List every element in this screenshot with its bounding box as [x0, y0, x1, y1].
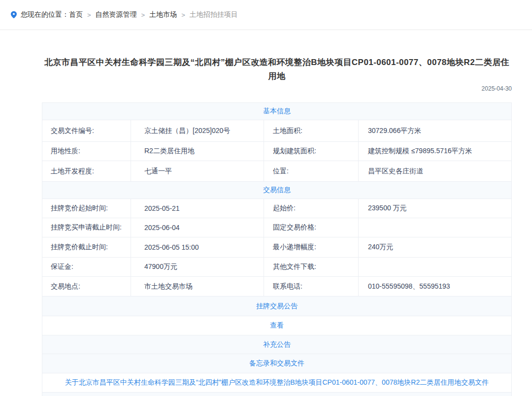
- breadcrumb-location-label: 您现在的位置：: [21, 10, 69, 19]
- field-value: 昌平区史各庄街道: [359, 161, 511, 181]
- field-label: 联系电话:: [264, 277, 359, 296]
- table-row: 挂牌竞买申请截止时间: 2025-06-04 固定交易价格:: [42, 218, 511, 237]
- publish-date: 2025-04-30: [42, 85, 512, 92]
- field-value: 建筑控制规模 ≤79895.5716平方米: [359, 142, 511, 161]
- view-link[interactable]: 查看: [42, 316, 511, 335]
- table-row: 用地性质: R2二类居住用地 规划建筑面积: 建筑控制规模 ≤79895.571…: [42, 142, 511, 161]
- field-value: 2025-06-04: [131, 218, 264, 237]
- breadcrumb-land-market[interactable]: 土地市场: [149, 10, 177, 19]
- table-row: 土地开发程度: 七通一平 位置: 昌平区史各庄街道: [42, 161, 511, 182]
- field-label: 其他文件下载:: [264, 258, 359, 276]
- table-row: 交易地点: 市土地交易市场 联系电话: 010-55595098、5559519…: [42, 277, 511, 297]
- page-title: 北京市昌平区中关村生命科学园三期及“北四村”棚户区改造和环境整治B地块项目CP0…: [42, 56, 512, 83]
- field-value: [359, 218, 511, 237]
- field-value: 市土地交易市场: [131, 277, 264, 296]
- field-label: 规划建筑面积:: [264, 142, 359, 161]
- field-value: 240万元: [359, 237, 511, 257]
- section-header-memo-documents: 备忘录和交易文件: [42, 354, 511, 373]
- breadcrumb: 您现在的位置： 首页 > 自然资源管理 > 土地市场 > 土地招拍挂项目: [0, 0, 532, 30]
- field-label: 土地面积:: [264, 120, 359, 141]
- field-value: 2025-06-05 15:00: [131, 237, 264, 257]
- field-label: 土地开发程度:: [42, 161, 131, 181]
- field-value: 239500 万元: [359, 199, 511, 218]
- section-header-listing-announcement: 挂牌交易公告: [42, 297, 511, 316]
- field-value: 010-55595098、55595193: [359, 277, 511, 296]
- table-row: 交易文件编号: 京土储挂（昌）[2025]020号 土地面积: 30729.06…: [42, 120, 511, 142]
- section-header-supplement-announcement: 补充公告: [42, 335, 511, 354]
- field-value: 47900万元: [131, 258, 264, 276]
- field-value: 30729.066平方米: [359, 120, 511, 141]
- field-label: 最小递增幅度:: [264, 237, 359, 257]
- table-row-partial: [42, 393, 511, 396]
- table-row: 挂牌竞价起始时间: 2025-05-21 起始价: 239500 万元: [42, 199, 511, 218]
- breadcrumb-current-page: 土地招拍挂项目: [190, 10, 238, 19]
- field-value: [359, 258, 511, 276]
- field-value: R2二类居住用地: [131, 142, 264, 161]
- section-header-trade-info: 交易信息: [42, 182, 511, 199]
- field-label: 固定交易价格:: [264, 218, 359, 237]
- field-value: 七通一平: [131, 161, 264, 181]
- section-header-basic-info: 基本信息: [42, 103, 511, 120]
- table-row: 挂牌竞价截止时间: 2025-06-05 15:00 最小递增幅度: 240万元: [42, 237, 511, 258]
- field-label: 交易文件编号:: [42, 120, 131, 141]
- field-label: 位置:: [264, 161, 359, 181]
- field-label: 用地性质:: [42, 142, 131, 161]
- field-value: 京土储挂（昌）[2025]020号: [131, 120, 264, 141]
- breadcrumb-natural-resources[interactable]: 自然资源管理: [96, 10, 137, 19]
- field-label: 挂牌竞价起始时间:: [42, 199, 131, 218]
- table-row: 保证金: 47900万元 其他文件下载:: [42, 258, 511, 277]
- breadcrumb-home[interactable]: 首页: [69, 10, 83, 19]
- breadcrumb-separator: >: [87, 11, 91, 19]
- field-label: 交易地点:: [42, 277, 131, 296]
- land-detail-table: 基本信息 交易文件编号: 京土储挂（昌）[2025]020号 土地面积: 307…: [42, 102, 512, 396]
- breadcrumb-separator: >: [141, 11, 145, 19]
- location-pin-icon: [11, 11, 17, 19]
- main-content: 北京市昌平区中关村生命科学园三期及“北四村”棚户区改造和环境整治B地块项目CP0…: [42, 30, 512, 396]
- field-label: 挂牌竞价截止时间:: [42, 237, 131, 257]
- field-label: 挂牌竞买申请截止时间:: [42, 218, 131, 237]
- breadcrumb-separator: >: [181, 11, 185, 19]
- field-label: 起始价:: [264, 199, 359, 218]
- field-value: 2025-05-21: [131, 199, 264, 218]
- field-label: 保证金:: [42, 258, 131, 276]
- trade-file-link[interactable]: 关于北京市昌平区中关村生命科学园三期及“北四村”棚户区改造和环境整治B地块项目C…: [42, 373, 511, 393]
